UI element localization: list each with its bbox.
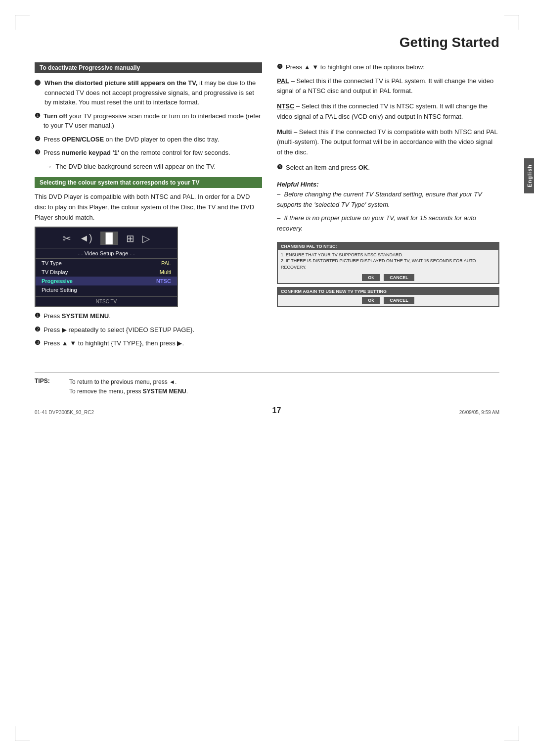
colour-intro-text: This DVD Player is compatible with both … (35, 192, 262, 223)
dialog1-ok-button[interactable]: Ok (362, 274, 380, 281)
two-col-layout: To deactivate Progressive manually When … (35, 62, 499, 352)
corner-mark-br (504, 726, 519, 741)
hint-line2-italic: If there is no proper picture on your TV… (277, 214, 476, 232)
osd-icon-scissors: ✂ (63, 233, 71, 244)
pal-text: – Select this if the connected TV is PAL… (277, 77, 493, 95)
osd-label-progressive: Progressive (42, 278, 73, 284)
step3-bold: numeric keypad '1' (62, 149, 119, 156)
tips-section: TIPS: To return to the previous menu, pr… (35, 372, 499, 396)
tips-line2: To remove the menu, press SYSTEM MENU. (69, 387, 188, 396)
step1-num: ❶ (35, 112, 41, 119)
dialog1-title: CHANGING PAL TO NTSC: (278, 243, 498, 250)
multi-text: – Select this if the connected TV is com… (277, 128, 497, 156)
step1-item: ❶ Turn off your TV progressive scan mode… (35, 111, 262, 131)
dialog2-cancel-button[interactable]: CANCEL (384, 297, 414, 304)
substep2-text: Press ▶ repeatedly to select {VIDEO SETU… (44, 325, 194, 335)
step4-text: Press ▲ ▼ to highlight one of the option… (286, 62, 425, 72)
right-column: ❹ Press ▲ ▼ to highlight one of the opti… (277, 62, 499, 352)
footer-left: 01-41 DVP3005K_93_RC2 (35, 410, 94, 415)
osd-icons-row: ✂ ◄) ▐▌ ⊞ ▷ (36, 228, 177, 248)
multi-label: Multi (277, 128, 292, 136)
dialog-pal-to-ntsc: CHANGING PAL TO NTSC: 1. ENSURE THAT YOU… (277, 242, 499, 284)
osd-row-tvdisplay: TV Display Multi (36, 268, 177, 277)
ntsc-text: – Select this if the connected TV is NTS… (277, 102, 488, 120)
intro-bold: When the distorted picture still appears… (44, 79, 197, 87)
tips-content: To return to the previous menu, press ◄.… (69, 378, 188, 396)
step5-text: Select an item and press OK. (286, 163, 370, 173)
step5-num: ❺ (277, 163, 283, 171)
dialog2-buttons: Ok CANCEL (278, 295, 498, 306)
step3-text: Press numeric keypad '1' on the remote c… (44, 148, 230, 158)
osd-icon-play: ▷ (142, 233, 150, 244)
helpful-hints: Helpful Hints: – Before changing the cur… (277, 180, 499, 234)
dialog2-ok-button[interactable]: Ok (362, 297, 380, 304)
tips-label: TIPS: (35, 378, 59, 396)
osd-val-tvtype: PAL (161, 260, 171, 266)
substep3-item: ❸ Press ▲ ▼ to highlight {TV TYPE}, then… (35, 338, 262, 348)
pal-label: PAL (277, 77, 289, 85)
ntsc-label: NTSC (277, 102, 294, 110)
substep1-text: Press SYSTEM MENU. (44, 311, 111, 321)
page-container: English Getting Started To deactivate Pr… (0, 0, 534, 756)
osd-label-picture: Picture Setting (42, 287, 77, 293)
intro-bullet: When the distorted picture still appears… (35, 78, 262, 107)
substep2-num: ❷ (35, 326, 41, 333)
deactivate-header: To deactivate Progressive manually (35, 62, 262, 73)
osd-screenshot: ✂ ◄) ▐▌ ⊞ ▷ - - Video Setup Page - - TV … (35, 227, 178, 307)
steps-below-osd: ❶ Press SYSTEM MENU. ❷ Press ▶ repeatedl… (35, 311, 262, 348)
substep2-item: ❷ Press ▶ repeatedly to select {VIDEO SE… (35, 325, 262, 335)
step2-text: Press OPEN/CLOSE on the DVD player to op… (44, 135, 219, 144)
step4-item: ❹ Press ▲ ▼ to highlight one of the opti… (277, 62, 499, 72)
osd-row-picture: Picture Setting (36, 285, 177, 294)
corner-mark-bl (15, 726, 30, 741)
dialog1-buttons: Ok CANCEL (278, 272, 498, 283)
osd-row-tvtype: TV Type PAL (36, 259, 177, 268)
pal-section: PAL – Select this if the connected TV is… (277, 76, 499, 97)
dialog1-cancel-button[interactable]: CANCEL (384, 274, 414, 281)
page-number: 17 (272, 406, 281, 415)
dialog2-title: CONFIRM AGAIN TO USE NEW TV TYPE SETTING (278, 288, 498, 295)
step5-ok: OK (358, 164, 368, 171)
ntsc-section: NTSC – Select this if the connected TV i… (277, 101, 499, 122)
left-column: To deactivate Progressive manually When … (35, 62, 262, 352)
hint-line1: – Before changing the current TV Standar… (277, 189, 499, 210)
step2-item: ❷ Press OPEN/CLOSE on the DVD player to … (35, 135, 262, 144)
osd-val-progressive: NTSC (156, 278, 171, 284)
hint-line2: – If there is no proper picture on your … (277, 213, 499, 234)
corner-mark-tl (15, 15, 30, 30)
arrow-right-icon: → (45, 163, 52, 170)
osd-icon-sound: ◄) (79, 233, 92, 244)
substep1-item: ❶ Press SYSTEM MENU. (35, 311, 262, 321)
substep1-bold: SYSTEM MENU (62, 312, 109, 320)
multi-section: Multi – Select this if the connected TV … (277, 127, 499, 158)
footer-right: 26/09/05, 9:59 AM (459, 410, 499, 415)
page-title: Getting Started (35, 35, 499, 50)
dialog1-body: 1. ENSURE THAT YOUR TV SUPPORTS NTSC STA… (278, 250, 498, 273)
step3-sub: → The DVD blue background screen will ap… (45, 162, 262, 172)
step1-normal: your TV progressive scan mode or turn on… (44, 112, 261, 130)
osd-page-title: - - Video Setup Page - - (36, 248, 177, 259)
osd-label-tvdisplay: TV Display (42, 269, 68, 275)
hint-title: Helpful Hints: (277, 180, 499, 190)
substep3-num: ❸ (35, 339, 41, 346)
hint-line1-italic: Before changing the current TV Standard … (277, 190, 482, 208)
intro-bullet-text: When the distorted picture still appears… (44, 78, 262, 107)
dialogs-container: CHANGING PAL TO NTSC: 1. ENSURE THAT YOU… (277, 242, 499, 307)
step3-item: ❸ Press numeric keypad '1' on the remote… (35, 148, 262, 158)
corner-mark-tr (504, 15, 519, 30)
substep1-num: ❶ (35, 312, 41, 319)
step2-num: ❷ (35, 135, 41, 142)
osd-row-progressive: Progressive NTSC (36, 277, 177, 285)
osd-footer: NTSC TV (36, 296, 177, 306)
tips-system-menu: SYSTEM MENU (143, 388, 186, 395)
osd-icon-grid: ⊞ (126, 233, 134, 244)
bullet-dot (35, 80, 41, 86)
step2-bold: OPEN/CLOSE (62, 136, 104, 143)
step5-item: ❺ Select an item and press OK. (277, 163, 499, 173)
osd-val-tvdisplay: Multi (160, 269, 171, 275)
tips-line1: To return to the previous menu, press ◄. (69, 378, 188, 387)
page-footer: 01-41 DVP3005K_93_RC2 17 26/09/05, 9:59 … (35, 406, 499, 415)
osd-icon-video: ▐▌ (100, 232, 118, 245)
osd-label-tvtype: TV Type (42, 260, 62, 266)
substep3-text: Press ▲ ▼ to highlight {TV TYPE}, then p… (44, 338, 184, 348)
